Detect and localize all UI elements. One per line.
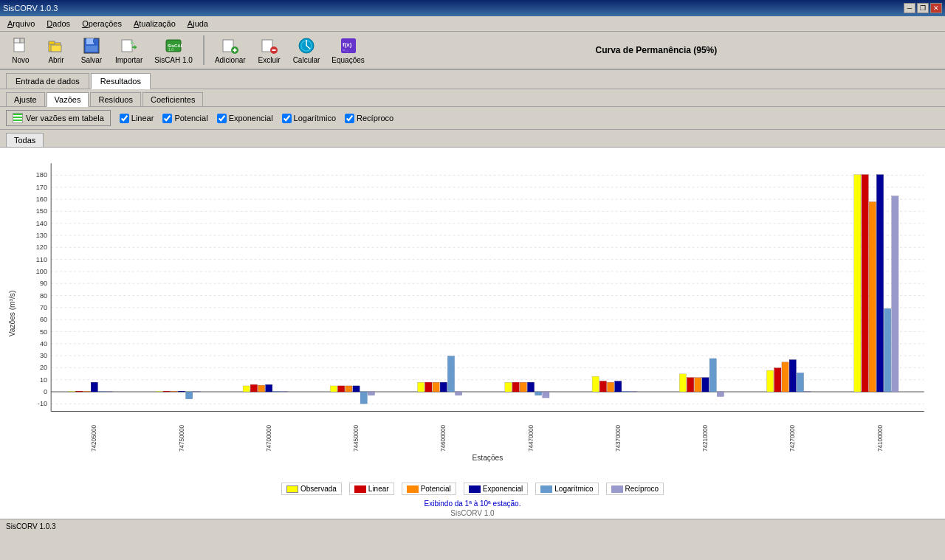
tab-residuos[interactable]: Resíduos bbox=[90, 92, 140, 106]
bar-rec-7 bbox=[717, 392, 724, 396]
legend-color-reciproco bbox=[611, 485, 623, 493]
reciproco-checkbox[interactable] bbox=[345, 114, 354, 123]
tab-resultados[interactable]: Resultados bbox=[91, 73, 151, 89]
bar-exp-4 bbox=[440, 382, 447, 392]
bar-lin-4 bbox=[425, 382, 432, 392]
bar-pot-3 bbox=[346, 386, 352, 392]
svg-text:20: 20 bbox=[40, 364, 47, 371]
exponencial-checkbox[interactable] bbox=[217, 114, 227, 123]
excluir-button[interactable]: Excluir bbox=[255, 35, 284, 66]
svg-text:74100000: 74100000 bbox=[877, 424, 884, 452]
svg-text:f(x): f(x) bbox=[343, 41, 352, 48]
svg-text:0: 0 bbox=[44, 388, 47, 395]
svg-text:10: 10 bbox=[40, 376, 47, 384]
menu-ajuda[interactable]: Ajuda bbox=[183, 18, 213, 30]
legend-color-linear bbox=[354, 485, 366, 493]
bar-rec-2 bbox=[281, 391, 287, 392]
novo-button[interactable]: Novo bbox=[6, 35, 35, 66]
svg-text:-10: -10 bbox=[38, 400, 47, 407]
linear-checkbox[interactable] bbox=[120, 114, 129, 123]
menu-atualizacao[interactable]: Atualização bbox=[129, 18, 180, 30]
minimize-button[interactable]: ─ bbox=[904, 3, 915, 13]
legend-color-potencial bbox=[407, 485, 419, 493]
siscah-icon: SisCAH 1.0 bbox=[165, 37, 182, 55]
svg-text:74450000: 74450000 bbox=[353, 424, 360, 452]
svg-text:74370000: 74370000 bbox=[615, 424, 622, 452]
svg-text:150: 150 bbox=[36, 207, 47, 215]
linear-checkbox-item: Linear bbox=[120, 114, 154, 123]
bar-obs-5 bbox=[505, 382, 512, 392]
toolbar-separator bbox=[203, 35, 205, 65]
bar-rec-8 bbox=[805, 391, 811, 392]
legend-potencial: Potencial bbox=[402, 483, 456, 495]
legend-logaritmico: Logarítmico bbox=[535, 483, 598, 495]
titlebar-title: SisCORV 1.0.3 bbox=[3, 4, 58, 13]
adicionar-button[interactable]: Adicionar bbox=[212, 35, 249, 66]
bar-lin-6 bbox=[599, 381, 606, 392]
restore-button[interactable]: ❐ bbox=[917, 3, 929, 13]
table-view-button[interactable]: Ver vazões em tabela bbox=[6, 110, 111, 126]
equacoes-button[interactable]: f(x) =... Equações bbox=[329, 35, 367, 66]
svg-text:74750000: 74750000 bbox=[179, 424, 185, 452]
legend-color-observada bbox=[286, 485, 298, 493]
logaritmico-label: Logarítmico bbox=[294, 114, 336, 122]
menu-dados[interactable]: Dados bbox=[42, 18, 75, 30]
bar-log-3 bbox=[360, 392, 367, 404]
svg-text:90: 90 bbox=[40, 280, 47, 287]
svg-rect-1 bbox=[14, 38, 20, 43]
save-icon bbox=[83, 37, 100, 55]
legend-color-exponencial bbox=[469, 485, 481, 493]
salvar-button[interactable]: Salvar bbox=[77, 35, 106, 66]
titlebar-buttons: ─ ❐ ✕ bbox=[904, 3, 942, 13]
potencial-label: Potencial bbox=[174, 114, 207, 122]
toolbar: Novo Abrir Salvar bbox=[0, 32, 945, 70]
exponencial-label: Exponencial bbox=[229, 114, 273, 122]
exponencial-checkbox-item: Exponencial bbox=[217, 114, 273, 123]
legend-linear: Linear bbox=[349, 483, 394, 495]
bar-rec-1 bbox=[193, 391, 200, 392]
tab-entrada[interactable]: Entrada de dados bbox=[6, 73, 89, 89]
close-button[interactable]: ✕ bbox=[930, 3, 942, 13]
importar-button[interactable]: Importar bbox=[112, 35, 145, 66]
tab-coeficientes[interactable]: Coeficientes bbox=[142, 92, 204, 106]
svg-text:110: 110 bbox=[36, 256, 47, 263]
grid-icon bbox=[13, 113, 23, 123]
bar-obs-8 bbox=[767, 370, 774, 392]
svg-text:74700000: 74700000 bbox=[266, 424, 272, 452]
menu-operacoes[interactable]: Operações bbox=[78, 18, 126, 30]
svg-text:74210000: 74210000 bbox=[702, 424, 709, 452]
abrir-button[interactable]: Abrir bbox=[41, 35, 71, 66]
siscah-button[interactable]: SisCAH 1.0 SisCAH 1.0 bbox=[151, 35, 196, 66]
bar-exp-2 bbox=[266, 384, 272, 392]
reciproco-checkbox-item: Recíproco bbox=[345, 114, 394, 123]
add-icon bbox=[221, 37, 239, 55]
potencial-checkbox-item: Potencial bbox=[162, 114, 207, 123]
svg-text:160: 160 bbox=[36, 196, 47, 203]
statusbar: SisCORV 1.0.3 bbox=[0, 519, 945, 533]
menu-arquivo[interactable]: Arquivo bbox=[3, 18, 39, 30]
calcular-button[interactable]: Calcular bbox=[290, 35, 323, 66]
bar-rec-0 bbox=[106, 392, 113, 393]
svg-text:74470000: 74470000 bbox=[528, 424, 535, 452]
svg-marker-14 bbox=[134, 45, 137, 49]
logaritmico-checkbox[interactable] bbox=[282, 114, 292, 123]
footer-app: SisCORV 1.0 bbox=[0, 509, 945, 519]
bar-log-5 bbox=[535, 392, 542, 395]
bar-rec-3 bbox=[368, 392, 374, 395]
tab-vazoes[interactable]: Vazões bbox=[47, 92, 89, 107]
chart-tab-todas[interactable]: Todas bbox=[6, 133, 44, 147]
potencial-checkbox[interactable] bbox=[162, 114, 172, 123]
bar-obs-3 bbox=[330, 386, 337, 392]
bar-obs-0 bbox=[69, 391, 75, 392]
svg-text:140: 140 bbox=[36, 220, 47, 227]
legend-reciproco: Recíproco bbox=[606, 483, 664, 495]
tab-ajuste[interactable]: Ajuste bbox=[6, 92, 45, 106]
chart-container: Vazões (m³/s) 180 170 160 150 140 130 12… bbox=[0, 148, 945, 480]
bar-pot-9 bbox=[869, 202, 876, 392]
bar-exp-1 bbox=[178, 391, 185, 392]
svg-rect-8 bbox=[86, 38, 94, 44]
bar-lin-0 bbox=[76, 391, 83, 392]
bar-rec-4 bbox=[456, 392, 462, 395]
svg-text:30: 30 bbox=[40, 352, 47, 359]
bar-obs-6 bbox=[592, 376, 599, 392]
